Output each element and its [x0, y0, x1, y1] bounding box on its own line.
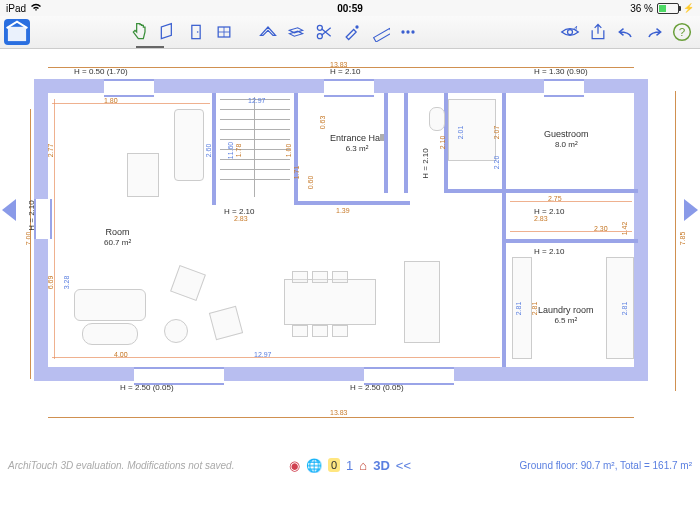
wl-side: H = 2.10 [27, 200, 36, 230]
svg-point-13 [568, 30, 573, 35]
wl-top-right: H = 1.30 (0.90) [534, 67, 588, 76]
level-total: 1 [346, 458, 353, 473]
wall-tool-icon[interactable] [155, 19, 181, 45]
bottom-bar: ArchiTouch 3D evaluation. Modifications … [0, 451, 700, 479]
svg-point-12 [411, 30, 414, 33]
dim-width-bot: 13.83 [330, 409, 348, 416]
svg-point-10 [401, 30, 404, 33]
window-tool-icon[interactable] [211, 19, 237, 45]
door-tool-icon[interactable] [183, 19, 209, 45]
svg-rect-0 [8, 27, 26, 41]
help-icon[interactable]: ? [669, 19, 695, 45]
svg-rect-1 [192, 25, 200, 38]
roof-view-icon[interactable]: ⌂ [359, 458, 367, 473]
slab-tool-icon[interactable] [283, 19, 309, 45]
select-hand-icon[interactable] [127, 19, 153, 45]
svg-point-11 [406, 30, 409, 33]
wl-bot-left: H = 2.50 (0.05) [120, 383, 174, 392]
redo-icon[interactable] [641, 19, 667, 45]
dim-height-l: 7.00 [25, 232, 32, 246]
globe-icon[interactable]: 🌐 [306, 458, 322, 473]
share-icon[interactable] [585, 19, 611, 45]
wl-top-mid: H = 2.10 [330, 67, 360, 76]
more-tools-icon[interactable] [395, 19, 421, 45]
ios-status-bar: iPad 00:59 36 % ⚡ [0, 0, 700, 16]
room-main-label: Room60.7 m² [104, 227, 131, 247]
wl-mid-r3: H = 2.10 [534, 247, 564, 256]
locate-icon[interactable]: ◉ [289, 458, 300, 473]
svg-point-7 [317, 25, 322, 30]
cut-tool-icon[interactable] [311, 19, 337, 45]
measure-tool-icon[interactable] [367, 19, 393, 45]
svg-rect-9 [374, 28, 390, 41]
prev-arrow[interactable] [2, 199, 16, 221]
room-entrance-label: Entrance Hall6.3 m² [330, 133, 384, 153]
dim-height-r: 7.85 [680, 232, 687, 246]
main-toolbar: ? Edition [0, 16, 700, 49]
next-arrow[interactable] [684, 199, 698, 221]
room-guest-label: Guestroom8.0 m² [544, 129, 589, 149]
clock: 00:59 [0, 3, 700, 14]
roof-tool-icon[interactable] [255, 19, 281, 45]
svg-point-6 [317, 34, 322, 39]
svg-point-8 [355, 25, 358, 28]
view-eye-icon[interactable] [557, 19, 583, 45]
floor-plan: Room60.7 m² Entrance Hall6.3 m² Guestroo… [34, 79, 648, 381]
wl-mid-r2: H = 2.10 [421, 148, 430, 178]
paint-tool-icon[interactable] [339, 19, 365, 45]
wl-bot-right: H = 2.50 (0.05) [350, 383, 404, 392]
mode-3d[interactable]: 3D [373, 458, 390, 473]
wl-top-left: H = 0.50 (1.70) [74, 67, 128, 76]
battery-icon [657, 3, 679, 14]
floorplan-canvas[interactable]: 13.83 13.83 7.85 7.00 [0, 49, 700, 479]
view-controls: ◉ 🌐 0 1 ⌂ 3D << [0, 458, 700, 473]
undo-icon[interactable] [613, 19, 639, 45]
app-icon[interactable] [4, 19, 30, 45]
level-current[interactable]: 0 [328, 458, 340, 472]
rewind-icon[interactable]: << [396, 458, 411, 473]
room-laundry-label: Laundry room6.5 m² [538, 305, 594, 325]
svg-text:?: ? [679, 25, 686, 38]
svg-point-2 [197, 31, 199, 33]
